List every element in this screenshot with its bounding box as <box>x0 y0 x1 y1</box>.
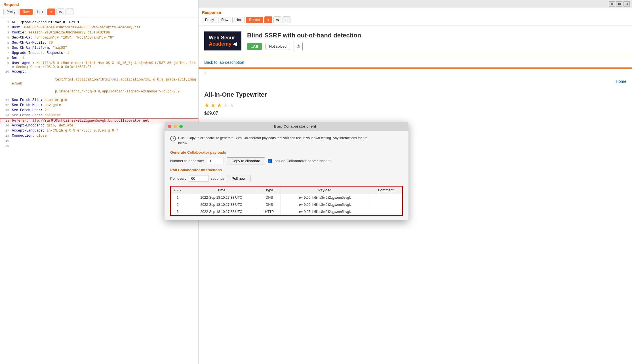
cell-num: 2 <box>170 201 185 208</box>
cell-payload: rwr9t05nh6iins8w9li2qgwem5svgk <box>281 194 369 201</box>
response-wrap-icon[interactable]: \n <box>273 16 281 23</box>
back-link[interactable]: Back to lab description <box>199 57 632 67</box>
collaborator-titlebar: Burp Collaborator client <box>165 122 408 131</box>
lab-header: Web Secur Academy ◀ Blind SSRF with out-… <box>199 26 632 57</box>
cell-num: 3 <box>170 208 185 216</box>
response-header: Response Pretty Raw Hex Render ≡ \n ☰ <box>199 8 632 26</box>
include-checkbox[interactable] <box>268 159 272 163</box>
request-wrap-icon[interactable]: \n <box>56 9 64 15</box>
minimize-button[interactable] <box>174 125 177 128</box>
poll-unit-label: seconds <box>211 176 224 181</box>
logo-line2: Academy ◀ <box>209 41 237 47</box>
request-menu-icon[interactable]: ☰ <box>66 9 73 15</box>
lab-badge-row: LAB Not solved ⚗ <box>247 42 626 51</box>
collaborator-window: Burp Collaborator client ? Click "Copy t… <box>165 122 408 220</box>
lab-info: Blind SSRF with out-of-band detection LA… <box>247 31 626 51</box>
request-list-icon[interactable]: ≡ <box>47 9 55 15</box>
collaborator-info-row: ? Click "Copy to clipboard" to generate … <box>170 136 403 146</box>
table-row: 11 Sec-Fetch-Site: same-origin <box>0 98 198 103</box>
poll-row: Poll every seconds Poll now <box>170 175 403 182</box>
table-row: 4 Sec-Ch-Ua: "Chromium";v="105", "Not)A;… <box>0 35 198 41</box>
collaborator-info-text: Click "Copy to clipboard" to generate Bu… <box>178 136 368 146</box>
close-button[interactable] <box>168 125 171 128</box>
response-list-icon[interactable]: ≡ <box>264 16 272 23</box>
chevron-row: » <box>199 69 632 76</box>
table-row: 5 Sec-Ch-Ua-Mobile: ?0 <box>0 41 198 46</box>
col-header-type: Type <box>258 186 281 194</box>
cell-time: 2022-Sep-18 10:27:38 UTC <box>185 201 258 208</box>
cell-comment <box>369 208 403 216</box>
copy-to-clipboard-button[interactable]: Copy to clipboard <box>227 157 265 164</box>
request-header: Request Pretty Raw Hex ≡ \n ☰ <box>0 0 198 18</box>
lab-title: Blind SSRF with out-of-band detection <box>247 31 626 40</box>
layout-btn-2[interactable]: ▤ <box>616 1 622 7</box>
response-render-tab[interactable]: Render <box>246 17 263 23</box>
response-raw-tab[interactable]: Raw <box>218 17 231 23</box>
generate-form-row: Number to generate: Copy to clipboard In… <box>170 157 403 164</box>
poll-now-button[interactable]: Poll now <box>227 175 250 182</box>
response-hex-tab[interactable]: Hex <box>232 17 245 23</box>
lab-logo: Web Secur Academy ◀ <box>204 31 241 50</box>
table-row: 1 GET /product?productId=2 HTTP/1.1 <box>0 20 198 25</box>
cell-payload: rwr9t05nh6iins8w9li2qgwem5svgk <box>281 201 369 208</box>
logo-line1: Web Secur <box>209 35 235 41</box>
col-header-comment: Comment <box>369 186 403 194</box>
collaborator-title: Burp Collaborator client <box>185 124 405 128</box>
maximize-button[interactable] <box>179 125 183 128</box>
cell-num: 1 <box>170 194 185 201</box>
response-pretty-tab[interactable]: Pretty <box>202 17 217 23</box>
response-menu-icon[interactable]: ☰ <box>283 16 290 23</box>
col-header-time: Time <box>185 186 258 194</box>
number-label: Number to generate: <box>170 159 204 163</box>
layout-btn-1[interactable]: ▤ <box>609 1 615 7</box>
include-checkbox-label: Include Collaborator server location <box>273 159 332 163</box>
request-toolbar: Pretty Raw Hex ≡ \n ☰ <box>3 9 195 15</box>
table-row: 3 Cookie: session=2sQXgBFixWJhF19PmmVyHg… <box>0 30 198 35</box>
collaborator-body: ? Click "Copy to clipboard" to generate … <box>165 131 408 220</box>
table-row: 3 2022-Sep-18 10:27:38 UTC HTTP rwr9t05n… <box>170 208 403 216</box>
star-3: ★ <box>217 102 222 109</box>
table-row: 1 2022-Sep-18 10:27:38 UTC DNS rwr9t05nh… <box>170 194 403 201</box>
table-row: 14 Sec-Fetch-Dest: document <box>0 113 198 118</box>
stars-row: ★ ★ ★ ★ ★ <box>199 101 632 110</box>
product-price: $69.07 <box>199 110 632 117</box>
table-row: 2 2022-Sep-18 10:27:38 UTC DNS rwr9t05nh… <box>170 201 403 208</box>
request-hex-tab[interactable]: Hex <box>34 9 46 15</box>
table-row: 6 Sec-Ch-Ua-Platform: "macOS" <box>0 46 198 51</box>
col-header-num: # ▲▼ <box>170 186 185 194</box>
table-row: 13 Sec-Fetch-User: ?1 <box>0 108 198 113</box>
cell-type: HTTP <box>258 208 281 216</box>
cell-payload: rwr9t05nh6iins8w9li2qgwem5svgk <box>281 208 369 216</box>
response-toolbar: Pretty Raw Hex Render ≡ \n ☰ <box>202 16 629 23</box>
request-title: Request <box>3 2 195 7</box>
home-link[interactable]: Home <box>199 76 632 86</box>
cell-time: 2022-Sep-18 10:27:38 UTC <box>185 194 258 201</box>
interactions-table: # ▲▼ Time Type Payload Comment 1 2022-Se… <box>170 186 403 216</box>
request-pretty-tab[interactable]: Pretty <box>3 9 18 15</box>
table-row: 9 User-Agent: Mozilla/5.0 (Macintosh; In… <box>0 61 198 69</box>
include-checkbox-row: Include Collaborator server location <box>268 159 332 163</box>
poll-section-title: Poll Collaborator interactions <box>170 168 403 172</box>
table-row: 8 Dnt: 1 <box>0 56 198 61</box>
flask-icon: ⚗ <box>294 42 303 51</box>
star-2: ★ <box>210 102 216 109</box>
poll-label: Poll every <box>170 176 186 181</box>
table-row: 12 Sec-Fetch-Mode: navigate <box>0 103 198 108</box>
layout-btn-3[interactable]: ⊟ <box>623 1 630 7</box>
table-row: 2 Host: 0ae500d0046ebee3c0b1596900440058… <box>0 25 198 30</box>
response-title: Response <box>202 10 629 15</box>
lab-status: Not solved <box>266 43 290 50</box>
cell-time: 2022-Sep-18 10:27:38 UTC <box>185 208 258 216</box>
cell-comment <box>369 194 403 201</box>
table-row: 10 Accept: text/html,application/xhtml+x… <box>0 69 198 98</box>
poll-input[interactable] <box>189 175 208 182</box>
generate-section-title: Generate Collaborator payloads <box>170 150 403 155</box>
table-row: 7 Upgrade-Insecure-Requests: 1 <box>0 51 198 56</box>
cell-type: DNS <box>258 201 281 208</box>
cell-type: DNS <box>258 194 281 201</box>
star-4: ★ <box>223 102 228 109</box>
col-header-payload: Payload <box>281 186 369 194</box>
star-1: ★ <box>204 102 209 109</box>
number-input[interactable] <box>207 158 224 164</box>
request-raw-tab[interactable]: Raw <box>20 9 33 15</box>
